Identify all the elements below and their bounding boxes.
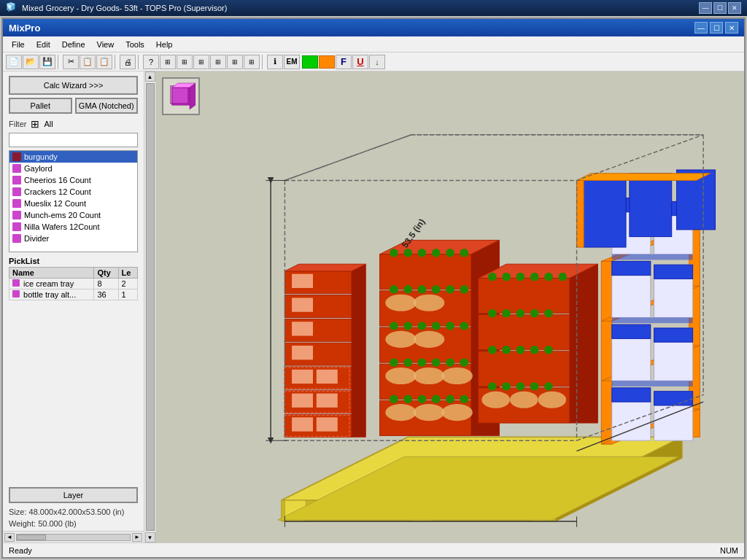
print-button[interactable]: 🖨 xyxy=(120,55,136,69)
svg-rect-23 xyxy=(292,417,313,431)
layer-button[interactable]: Layer xyxy=(9,487,138,503)
svg-marker-3 xyxy=(190,83,196,109)
list-item-gaylord[interactable]: Gaylord xyxy=(9,163,137,174)
box-column-middle2 xyxy=(479,264,598,423)
gma-button[interactable]: GMA (Notched) xyxy=(75,98,139,114)
picklist-label: PickList xyxy=(9,257,138,265)
pallet-button[interactable]: Pallet xyxy=(9,98,72,114)
picklist-row-2[interactable]: bottle tray alt... 36 1 xyxy=(9,289,138,300)
svg-point-70 xyxy=(385,404,416,421)
svg-point-98 xyxy=(502,346,511,354)
item-icon-burgundy xyxy=(12,152,21,161)
cut-button[interactable]: ✂ xyxy=(63,55,79,69)
svg-point-87 xyxy=(502,273,511,281)
save-button[interactable]: 💾 xyxy=(39,55,55,69)
item-icon-nilla xyxy=(12,222,21,231)
svg-point-47 xyxy=(403,285,412,294)
svg-point-66 xyxy=(418,395,427,404)
svg-point-54 xyxy=(418,322,427,330)
svg-rect-28 xyxy=(317,370,338,384)
hscroll-left-button[interactable]: ◄ xyxy=(4,533,15,542)
list-item-nilla[interactable]: Nilla Wafers 12Count xyxy=(9,221,137,233)
svg-point-43 xyxy=(432,249,441,257)
list-item-burgundy[interactable]: burgundy xyxy=(9,151,137,163)
paste-button[interactable]: 📋 xyxy=(96,55,112,69)
scroll-down-button[interactable]: ▼ xyxy=(145,532,155,542)
open-button[interactable]: 📂 xyxy=(23,55,39,69)
search-input[interactable] xyxy=(9,133,138,147)
menu-bar: File Edit Define View Tools Help xyxy=(3,36,744,52)
svg-rect-110 xyxy=(601,261,611,444)
grid2-button[interactable]: ⊞ xyxy=(177,55,193,69)
grid3-button[interactable]: ⊞ xyxy=(193,55,209,69)
svg-rect-31 xyxy=(292,298,313,311)
hscroll-right-button[interactable]: ► xyxy=(132,533,142,542)
svg-point-45 xyxy=(460,249,468,257)
menu-tools[interactable]: Tools xyxy=(120,39,150,50)
list-item-munchems[interactable]: Munch-ems 20 Count xyxy=(9,209,137,221)
list-item-cheerios[interactable]: Cheerios 16 Count xyxy=(9,174,137,186)
item-label-gaylord: Gaylord xyxy=(24,164,53,173)
app-minimize-button[interactable]: — xyxy=(694,22,708,34)
svg-point-109 xyxy=(538,392,567,408)
svg-point-52 xyxy=(390,322,398,330)
menu-define[interactable]: Define xyxy=(56,39,91,50)
svg-rect-82 xyxy=(479,315,570,350)
picklist-cell-name-2: bottle tray alt... xyxy=(9,289,94,300)
f-button[interactable]: F xyxy=(336,55,352,69)
app-maximize-button[interactable]: ☐ xyxy=(710,22,723,34)
window-controls[interactable]: — ☐ ✕ xyxy=(699,2,741,14)
svg-marker-139 xyxy=(577,174,711,181)
viewport[interactable]: 53.5 (in) 42 (in) 48 (in) xyxy=(156,71,744,542)
svg-point-79 xyxy=(414,295,444,311)
svg-rect-26 xyxy=(317,394,338,408)
svg-point-57 xyxy=(460,322,468,330)
sidebar-scrollbar[interactable]: ▲ ▼ xyxy=(144,71,155,542)
svg-point-62 xyxy=(446,358,454,367)
grid1-button[interactable]: ⊞ xyxy=(160,55,176,69)
menu-help[interactable]: Help xyxy=(150,39,179,50)
app-close-button[interactable]: ✕ xyxy=(725,22,738,34)
svg-point-95 xyxy=(530,309,539,318)
list-item-mueslix[interactable]: Mueslix 12 Count xyxy=(9,198,137,209)
viewport-thumbnail[interactable] xyxy=(162,77,200,115)
grid5-button[interactable]: ⊞ xyxy=(227,55,243,69)
hscroll-thumb[interactable] xyxy=(17,534,46,540)
close-button[interactable]: ✕ xyxy=(728,2,741,14)
menu-file[interactable]: File xyxy=(6,39,31,50)
u-button[interactable]: U xyxy=(352,55,368,69)
svg-rect-122 xyxy=(612,261,651,275)
em-button[interactable]: EM xyxy=(284,55,300,69)
menu-edit[interactable]: Edit xyxy=(31,39,56,50)
pallet-base xyxy=(278,437,682,521)
scroll-thumb[interactable] xyxy=(146,83,155,531)
grid6-button[interactable]: ⊞ xyxy=(244,55,260,69)
list-item-crackers[interactable]: Crackers 12 Count xyxy=(9,186,137,198)
maximize-button[interactable]: ☐ xyxy=(713,2,727,14)
item-list[interactable]: burgundy Gaylord Cheerios 16 Count Crack… xyxy=(9,150,138,252)
picklist-row-1[interactable]: ice cream tray 8 2 xyxy=(9,279,138,289)
new-button[interactable]: 📄 xyxy=(6,55,22,69)
svg-point-78 xyxy=(385,295,416,311)
app-icon: 🧊 xyxy=(6,2,18,14)
svg-point-88 xyxy=(516,273,525,281)
info-button[interactable]: ℹ xyxy=(267,55,283,69)
grid4-button[interactable]: ⊞ xyxy=(210,55,226,69)
svg-point-55 xyxy=(432,322,441,330)
sidebar-hscroll[interactable]: ◄ ► xyxy=(3,531,144,542)
menu-view[interactable]: View xyxy=(91,39,120,50)
copy-button[interactable]: 📋 xyxy=(80,55,96,69)
svg-point-46 xyxy=(390,285,398,294)
size-info: Size: 48.000x42.000x53.500 (in) xyxy=(9,508,138,516)
calc-wizard-button[interactable]: Calc Wizard >>> xyxy=(9,76,138,95)
list-item-divider[interactable]: Divider xyxy=(9,233,137,244)
item-label-munchems: Munch-ems 20 Count xyxy=(24,211,101,219)
down-button[interactable]: ↓ xyxy=(369,55,385,69)
help-button[interactable]: ? xyxy=(143,55,159,69)
green-indicator xyxy=(302,55,318,69)
svg-rect-132 xyxy=(612,388,651,402)
minimize-button[interactable]: — xyxy=(699,2,712,14)
thumbnail-svg xyxy=(166,82,196,111)
svg-point-73 xyxy=(385,368,416,384)
scroll-up-button[interactable]: ▲ xyxy=(145,71,155,82)
